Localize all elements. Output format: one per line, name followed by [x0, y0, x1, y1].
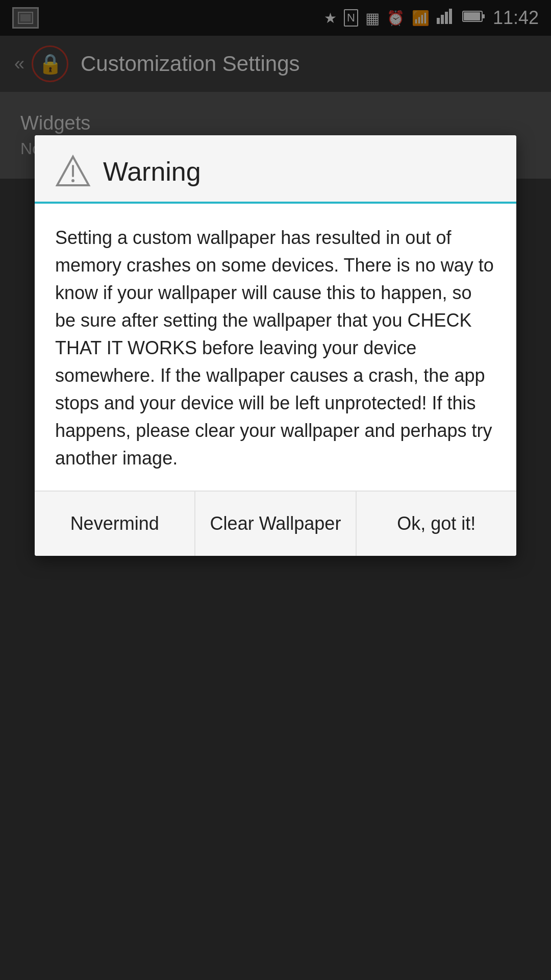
warning-triangle-icon — [55, 154, 91, 189]
clear-wallpaper-button[interactable]: Clear Wallpaper — [195, 492, 356, 556]
dialog-header: Warning — [35, 135, 516, 202]
dialog-buttons: Nevermind Clear Wallpaper Ok, got it! — [35, 492, 516, 556]
dialog-title: Warning — [103, 156, 201, 187]
nevermind-button[interactable]: Nevermind — [35, 492, 195, 556]
ok-got-it-button[interactable]: Ok, got it! — [357, 492, 516, 556]
warning-dialog: Warning Setting a custom wallpaper has r… — [35, 135, 516, 556]
dialog-message: Setting a custom wallpaper has resulted … — [55, 224, 496, 472]
dialog-body: Setting a custom wallpaper has resulted … — [35, 204, 516, 491]
svg-point-11 — [71, 179, 74, 182]
